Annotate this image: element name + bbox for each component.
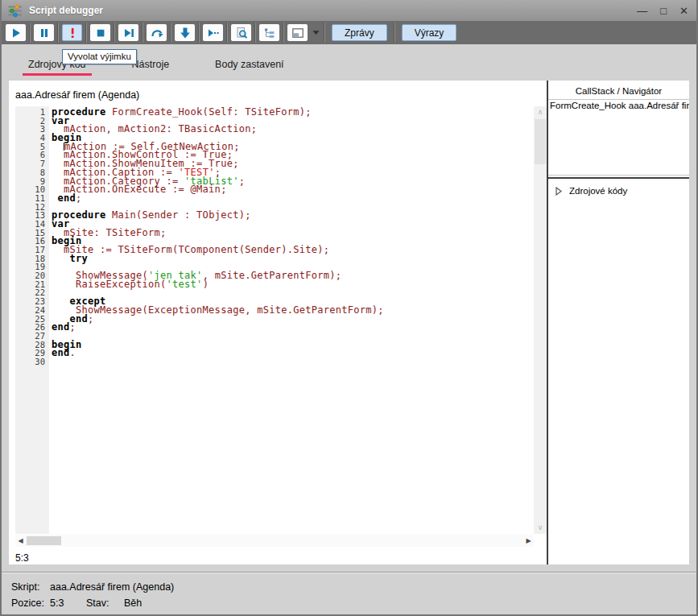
pause-button[interactable]	[34, 24, 54, 41]
vertical-scroll-thumb[interactable]	[535, 119, 546, 164]
stop-icon	[94, 27, 107, 39]
callstack-button[interactable]	[259, 24, 279, 41]
content-area: aaa.Adresář firem (Agenda) 1234567891011…	[2, 81, 696, 572]
titlebar: Script debugger — □ ✕	[2, 0, 696, 21]
code-line[interactable]: end;	[52, 194, 534, 203]
toolbar-separator	[254, 23, 256, 43]
code-lines[interactable]: procedure FormCreate_Hook(Self: TSiteFor…	[49, 106, 534, 534]
line-number[interactable]: 8	[15, 168, 45, 177]
window-title: Script debugger	[29, 5, 103, 16]
toolbar-separator	[226, 23, 228, 43]
code-line[interactable]: mAction, mAction2: TBasicAction;	[52, 125, 534, 134]
play-bar-icon	[122, 27, 135, 39]
toolbar-separator	[85, 23, 87, 43]
state-value: Běh	[124, 597, 142, 609]
search-doc-icon	[235, 27, 248, 39]
horizontal-scrollbar[interactable]: ◀ ▶	[15, 535, 534, 547]
code-line[interactable]	[52, 288, 534, 297]
scroll-left-icon[interactable]: ◀	[15, 537, 26, 544]
scroll-up-icon[interactable]: ∧	[534, 108, 547, 116]
evaluate-button[interactable]	[231, 24, 251, 41]
step-button[interactable]	[118, 24, 138, 41]
code-editor[interactable]: 1234567891011121314151617181920212223242…	[9, 106, 547, 534]
code-line[interactable]: procedure Main(Sender : TObject);	[52, 211, 534, 220]
play-icon	[10, 27, 23, 39]
statusbar: Skript: aaa.Adresář firem (Agenda) Pozic…	[2, 572, 696, 614]
toolbar-separator	[394, 23, 395, 43]
scroll-right-icon[interactable]: ▶	[523, 537, 534, 544]
statusbar-state-row: Pozice: 5:3 Stav: Běh	[11, 595, 696, 611]
code-line[interactable]: end;	[52, 315, 534, 324]
toolbar-separator	[283, 23, 284, 43]
line-number[interactable]: 30	[15, 358, 45, 366]
arc-arrow-icon	[151, 27, 163, 39]
tooltip-raise-exception: Vyvolat výjimku	[62, 49, 137, 64]
tree-icon	[263, 27, 276, 39]
app-sliders-icon	[7, 4, 23, 18]
exclamation-icon	[66, 27, 79, 39]
script-title: aaa.Adresář firem (Agenda)	[9, 81, 547, 106]
code-line[interactable]	[52, 358, 534, 366]
code-line[interactable]: ShowMessage(ExceptionMessage, mSite.GetP…	[52, 306, 534, 315]
window-panel-icon	[291, 27, 304, 39]
state-label: Stav:	[86, 597, 124, 609]
maximize-icon[interactable]: □	[660, 6, 667, 16]
editor-column: aaa.Adresář firem (Agenda) 1234567891011…	[9, 81, 547, 564]
script-debugger-window: Script debugger — □ ✕ ZprávyVýrazy Vyvol…	[0, 0, 698, 616]
window-controls: — □ ✕	[637, 6, 688, 16]
scroll-down-icon[interactable]: ∨	[534, 523, 547, 531]
code-line[interactable]: mSite: TSiteForm;	[52, 229, 534, 238]
code-line[interactable]: end;	[52, 323, 534, 332]
line-number[interactable]: 24	[15, 306, 45, 315]
toolbar-separator	[57, 23, 59, 43]
horizontal-scroll-thumb[interactable]	[27, 536, 61, 545]
callstack-item[interactable]: FormCreate_Hook aaa.Adresář fire	[548, 100, 689, 110]
code-line[interactable]: begin	[52, 341, 534, 349]
toolbar-separator	[29, 23, 31, 43]
code-line[interactable]: mAction.OnExecute := @Main;	[52, 185, 534, 194]
minimize-icon[interactable]: —	[637, 6, 647, 16]
tab-body-zastaveni[interactable]: Body zastavení	[211, 59, 287, 81]
line-number[interactable]: 27	[15, 332, 45, 341]
toolbar-separator	[114, 23, 115, 43]
gutter: 1234567891011121314151617181920212223242…	[15, 106, 49, 534]
close-icon[interactable]: ✕	[679, 6, 688, 16]
code-line[interactable]: RaiseException('test')	[52, 280, 534, 289]
toolbar-separator	[142, 23, 143, 43]
horizontal-scroll-track[interactable]	[26, 535, 523, 546]
messages-toggle-button[interactable]: Zprávy	[332, 24, 387, 41]
navigator-tree: Zdrojové kódy	[548, 179, 689, 196]
statusbar-script-row: Skript: aaa.Adresář firem (Agenda)	[11, 579, 696, 595]
toolbar-buttons: ZprávyVýrazy	[6, 23, 460, 43]
play-dashed-icon	[207, 27, 220, 39]
layout-button[interactable]	[287, 24, 308, 41]
layout-dropdown-caret-icon[interactable]	[311, 30, 320, 35]
expressions-toggle-button[interactable]: Výrazy	[402, 24, 457, 41]
caret-position: 5:3	[9, 547, 547, 564]
code-line[interactable]: try	[52, 254, 534, 263]
pause-icon	[38, 27, 51, 39]
line-number[interactable]: 11	[15, 194, 45, 203]
raise-exception-button[interactable]	[62, 24, 82, 41]
callstack-list[interactable]: FormCreate_Hook aaa.Adresář fire	[548, 99, 689, 176]
run-button[interactable]	[6, 24, 26, 41]
down-arrow-icon	[179, 27, 192, 39]
position-value: 5:3	[50, 597, 86, 609]
code-line[interactable]	[52, 332, 534, 341]
code-line[interactable]: end.	[52, 349, 534, 358]
step-over-button[interactable]	[147, 24, 167, 41]
callstack-panel: CallStack / Navigátor FormCreate_Hook aa…	[548, 81, 689, 564]
step-out-button[interactable]	[175, 24, 195, 41]
script-label: Skript:	[11, 581, 50, 593]
expand-triangle-icon[interactable]	[556, 187, 562, 196]
position-label: Pozice:	[11, 597, 50, 609]
code-line[interactable]: mSite := TSiteForm(TComponent(Sender).Si…	[52, 246, 534, 254]
toolbar-separator	[170, 23, 171, 43]
vertical-scrollbar[interactable]: ∧ ∨	[534, 106, 547, 534]
stop-button[interactable]	[90, 24, 110, 41]
toolbar-separator	[198, 23, 200, 43]
run-to-cursor-button[interactable]	[203, 24, 223, 41]
toolbar-separator	[324, 23, 325, 43]
tree-item-zdrojov-k-dy[interactable]: Zdrojové kódy	[548, 179, 689, 196]
code-line[interactable]: procedure FormCreate_Hook(Self: TSiteFor…	[52, 108, 534, 117]
